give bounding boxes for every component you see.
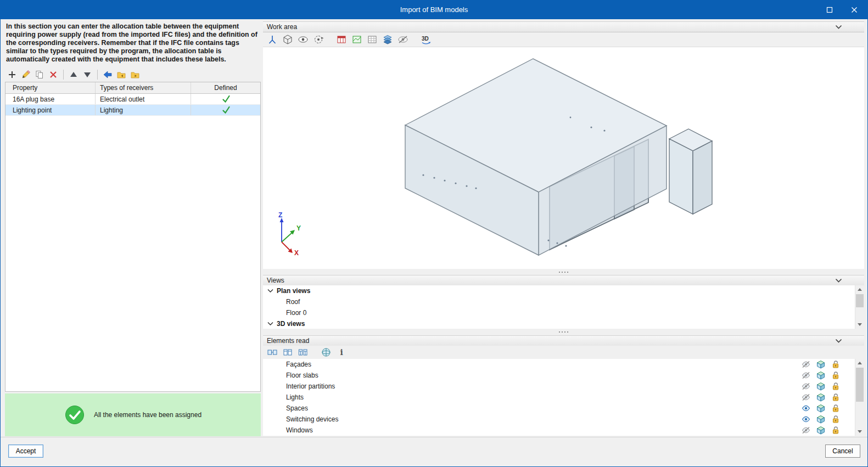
row-property: 16A plug base xyxy=(5,94,96,104)
scrollbar-thumb[interactable] xyxy=(856,368,864,402)
element-lock-icon[interactable] xyxy=(831,360,840,369)
element-lock-icon[interactable] xyxy=(831,393,840,402)
status-banner: All the elements have been assigned xyxy=(5,393,261,436)
chevron-down-icon[interactable] xyxy=(267,322,273,326)
copy-button[interactable] xyxy=(35,70,44,80)
element-3d-cube-icon[interactable] xyxy=(816,360,825,369)
visibility-eye-icon[interactable] xyxy=(802,426,810,435)
ifc-table-button[interactable] xyxy=(335,33,348,46)
scroll-down-button[interactable] xyxy=(855,320,864,329)
orbit-button[interactable] xyxy=(312,33,324,46)
element-lock-icon[interactable] xyxy=(831,404,840,413)
eye-off-icon xyxy=(397,34,408,45)
import-folder-icon xyxy=(116,70,126,80)
row-property: Lighting point xyxy=(5,105,96,115)
bim-model-3d xyxy=(263,47,864,269)
element-lock-icon[interactable] xyxy=(831,415,840,424)
export-table-button[interactable] xyxy=(130,70,140,80)
undo-assign-button[interactable] xyxy=(103,70,113,80)
element-row[interactable]: Interior partitions xyxy=(263,381,864,392)
visibility-eye-icon[interactable] xyxy=(802,382,810,391)
element-3d-cube-icon[interactable] xyxy=(816,371,825,380)
delete-button[interactable] xyxy=(48,70,58,80)
axis-y-label: Y xyxy=(296,224,301,232)
move-down-button[interactable] xyxy=(82,70,92,80)
column-header-property: Property xyxy=(5,82,96,93)
view-cube-button[interactable] xyxy=(282,33,294,46)
element-3d-cube-icon[interactable] xyxy=(816,404,825,413)
scroll-down-button[interactable] xyxy=(855,427,864,436)
visibility-eye-icon[interactable] xyxy=(802,415,810,424)
scroll-up-button[interactable] xyxy=(855,285,864,294)
element-row[interactable]: Floor slabs xyxy=(263,370,864,381)
element-lock-icon[interactable] xyxy=(831,426,840,435)
visibility-eye-icon[interactable] xyxy=(802,404,810,413)
element-row[interactable]: Lights xyxy=(263,392,864,403)
scrollbar-thumb[interactable] xyxy=(856,294,864,307)
two-columns-button[interactable] xyxy=(282,346,294,358)
close-button[interactable] xyxy=(842,1,866,19)
views-group-plan[interactable]: Plan views xyxy=(263,285,864,296)
views-title: Views xyxy=(267,277,284,284)
visibility-eye-icon[interactable] xyxy=(802,371,810,380)
grid-button[interactable] xyxy=(366,33,378,46)
views-scrollbar[interactable] xyxy=(855,285,864,329)
export-folder-icon xyxy=(130,70,140,80)
chevron-down-icon[interactable] xyxy=(267,289,273,293)
hide-elements-button[interactable] xyxy=(397,33,409,46)
import-table-button[interactable] xyxy=(116,70,126,80)
move-up-button[interactable] xyxy=(69,70,79,80)
chevron-down-icon[interactable] xyxy=(835,25,842,30)
sphere-view-button[interactable] xyxy=(320,346,332,358)
scroll-up-button[interactable] xyxy=(855,359,864,367)
green-plan-icon xyxy=(351,34,362,45)
3d-view-button[interactable]: 3D xyxy=(420,33,432,46)
work-area-header[interactable]: Work area xyxy=(263,21,864,32)
column-header-defined: Defined xyxy=(191,82,260,93)
element-row[interactable]: Spaces xyxy=(263,403,864,414)
expand-columns-button[interactable] xyxy=(266,346,278,358)
views-header[interactable]: Views xyxy=(263,275,864,286)
layers-button[interactable] xyxy=(382,33,394,46)
cancel-button[interactable]: Cancel xyxy=(825,445,860,458)
title-bar[interactable]: Import of BIM models xyxy=(1,1,867,19)
horizontal-splitter[interactable] xyxy=(263,269,864,275)
element-3d-cube-icon[interactable] xyxy=(816,426,825,435)
elements-scrollbar[interactable] xyxy=(855,359,864,436)
add-button[interactable] xyxy=(7,70,17,80)
horizontal-splitter[interactable] xyxy=(263,329,864,335)
view-item-label: Floor 0 xyxy=(286,307,306,318)
elements-read-header[interactable]: Elements read xyxy=(263,335,864,346)
visibility-button[interactable] xyxy=(297,33,309,46)
element-label: Floor slabs xyxy=(286,370,318,381)
element-row[interactable]: Windows xyxy=(263,425,864,436)
toolbar-separator xyxy=(97,70,98,80)
view-item-roof[interactable]: Roof xyxy=(263,296,864,307)
element-label: Spaces xyxy=(286,403,308,414)
chevron-down-icon[interactable] xyxy=(835,278,842,283)
maximize-button[interactable] xyxy=(817,1,842,19)
element-lock-icon[interactable] xyxy=(831,382,840,391)
element-3d-cube-icon[interactable] xyxy=(816,382,825,391)
table-row[interactable]: Lighting point Lighting xyxy=(5,105,260,116)
element-3d-cube-icon[interactable] xyxy=(816,415,825,424)
element-row[interactable]: Switching devices xyxy=(263,414,864,425)
background-plan-button[interactable] xyxy=(351,33,363,46)
visibility-eye-icon[interactable] xyxy=(802,360,810,369)
view-item-floor0[interactable]: Floor 0 xyxy=(263,307,864,318)
status-message: All the elements have been assigned xyxy=(94,411,201,419)
accept-button[interactable]: Accept xyxy=(8,445,43,458)
visibility-eye-icon[interactable] xyxy=(802,393,810,402)
edit-button[interactable] xyxy=(21,70,31,80)
ucs-axes-button[interactable] xyxy=(266,33,278,46)
table-row[interactable]: 16A plug base Electrical outlet xyxy=(5,94,260,105)
chevron-down-icon[interactable] xyxy=(835,339,842,344)
maximize-icon xyxy=(826,7,833,13)
model-viewport[interactable] xyxy=(263,47,864,269)
four-columns-button[interactable] xyxy=(297,346,309,358)
element-row[interactable]: Façades xyxy=(263,359,864,370)
element-3d-cube-icon[interactable] xyxy=(816,393,825,402)
views-group-3d[interactable]: 3D views xyxy=(263,318,864,329)
element-lock-icon[interactable] xyxy=(831,371,840,380)
info-button[interactable]: i xyxy=(335,346,348,358)
